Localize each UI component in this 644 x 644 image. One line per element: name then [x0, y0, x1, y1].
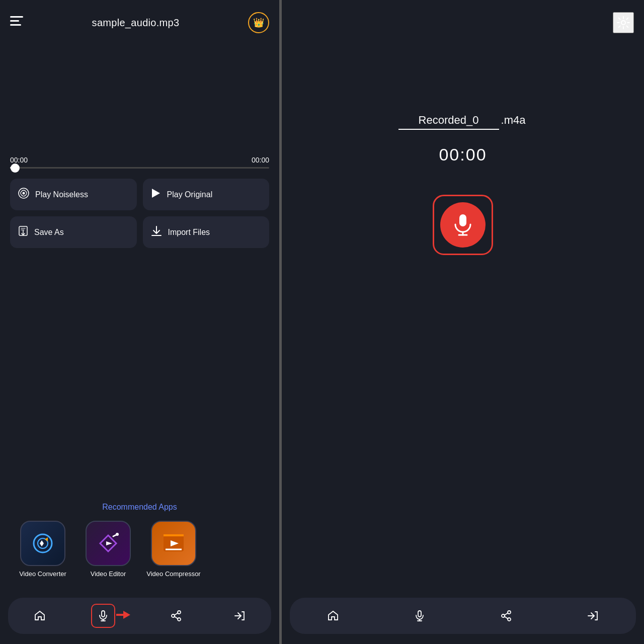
- svg-point-26: [621, 21, 625, 25]
- play-original-icon: [151, 188, 161, 201]
- app-label-video-compressor: Video Compressor: [146, 570, 200, 578]
- waveform-area: [0, 41, 279, 152]
- play-original-label: Play Original: [167, 190, 213, 199]
- svg-line-24: [175, 613, 178, 615]
- right-nav-mic[interactable]: [408, 604, 432, 628]
- svg-rect-0: [10, 16, 23, 18]
- time-start: 00:00: [10, 156, 28, 164]
- svg-rect-18: [102, 611, 105, 617]
- recommended-section: Recommended Apps Video Converter: [0, 498, 279, 578]
- crown-button[interactable]: 👑: [248, 12, 269, 33]
- play-original-button[interactable]: Play Original: [143, 179, 270, 210]
- app-container: sample_audio.mp3 👑 00:00 00:00: [0, 0, 644, 644]
- progress-track[interactable]: [10, 167, 269, 169]
- bottom-spacer: [0, 578, 279, 598]
- mic-icon-large: [453, 213, 473, 236]
- play-noiseless-label: Play Noiseless: [35, 190, 88, 199]
- left-nav-mic[interactable]: [91, 604, 115, 628]
- right-panel: .m4a 00:00: [282, 0, 644, 644]
- menu-icon[interactable]: [10, 16, 23, 29]
- left-panel: sample_audio.mp3 👑 00:00 00:00: [0, 0, 279, 644]
- app-icon-video-converter: [20, 521, 65, 566]
- filename-row: .m4a: [398, 112, 528, 130]
- svg-point-13: [116, 533, 119, 536]
- svg-point-23: [178, 618, 181, 621]
- right-nav-share[interactable]: [494, 604, 518, 628]
- left-header: sample_audio.mp3 👑: [0, 0, 279, 41]
- record-button[interactable]: [433, 195, 493, 255]
- record-timer: 00:00: [439, 145, 487, 165]
- left-bottom-nav: [8, 598, 271, 634]
- red-arrow: [116, 610, 130, 622]
- settings-button[interactable]: [613, 12, 634, 33]
- right-nav-export[interactable]: [581, 604, 605, 628]
- filename-input[interactable]: [398, 112, 499, 130]
- left-nav-share[interactable]: [164, 604, 188, 628]
- svg-point-33: [508, 611, 511, 614]
- svg-rect-1: [10, 20, 19, 22]
- svg-line-36: [505, 613, 508, 615]
- play-noiseless-button[interactable]: Play Noiseless: [10, 179, 137, 210]
- svg-line-37: [505, 616, 508, 618]
- play-noiseless-icon: [18, 188, 29, 201]
- action-grid: Play Noiseless Play Original: [0, 169, 279, 258]
- crown-icon: 👑: [253, 17, 264, 28]
- app-icon-video-editor: [86, 521, 131, 566]
- svg-point-35: [508, 618, 511, 621]
- svg-point-22: [172, 614, 175, 617]
- svg-point-4: [23, 192, 25, 195]
- app-label-video-converter: Video Converter: [19, 570, 66, 578]
- left-nav-export[interactable]: [227, 604, 252, 628]
- recommended-title: Recommended Apps: [10, 503, 269, 512]
- progress-container[interactable]: [0, 167, 279, 169]
- apps-row: Video Converter Video Editor: [10, 521, 269, 578]
- record-button-circle: [440, 202, 486, 248]
- app-item-video-converter[interactable]: Video Converter: [15, 521, 70, 578]
- svg-rect-2: [10, 24, 21, 26]
- svg-rect-27: [459, 214, 466, 226]
- import-files-icon: [151, 225, 162, 239]
- app-item-video-editor[interactable]: Video Editor: [80, 521, 136, 578]
- left-nav-home[interactable]: [28, 604, 52, 628]
- app-label-video-editor: Video Editor: [91, 570, 126, 578]
- save-as-button[interactable]: Save As: [10, 216, 137, 248]
- right-nav-home[interactable]: [321, 604, 345, 628]
- svg-line-25: [175, 616, 178, 618]
- app-icon-video-compressor: [151, 521, 196, 566]
- left-title: sample_audio.mp3: [92, 17, 180, 29]
- import-files-label: Import Files: [168, 228, 210, 237]
- time-bar: 00:00 00:00: [0, 156, 279, 164]
- spacer: [0, 258, 279, 498]
- time-end: 00:00: [252, 156, 269, 164]
- import-files-button[interactable]: Import Files: [143, 216, 270, 248]
- right-bottom-nav: [290, 598, 636, 634]
- app-item-video-compressor[interactable]: Video Compressor: [146, 521, 201, 578]
- svg-marker-5: [152, 189, 160, 198]
- svg-point-21: [178, 611, 181, 614]
- svg-marker-11: [106, 541, 112, 545]
- save-as-icon: [18, 225, 28, 239]
- filename-extension: .m4a: [499, 112, 528, 129]
- svg-point-34: [502, 614, 505, 617]
- save-as-label: Save As: [34, 228, 64, 237]
- progress-thumb[interactable]: [11, 164, 20, 173]
- right-header: [282, 0, 644, 41]
- svg-rect-30: [418, 611, 421, 617]
- right-content: .m4a 00:00: [282, 41, 644, 598]
